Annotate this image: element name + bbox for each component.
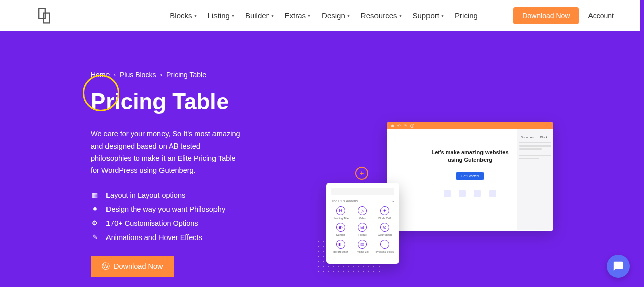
- editor-mockup: ⊕ ↶ ↷ ⓘ Document Block Let's make amazin…: [387, 122, 553, 231]
- nav-label: Builder: [245, 11, 269, 20]
- headline-line: using Gutenberg: [397, 156, 543, 164]
- download-button[interactable]: Download Now: [513, 7, 579, 24]
- countdown-icon: ⊙: [380, 223, 389, 232]
- nav-support[interactable]: Support▾: [413, 11, 444, 20]
- brand-logo[interactable]: [35, 7, 53, 25]
- nav-blocks[interactable]: Blocks▾: [170, 11, 196, 20]
- addon-label: The Plus Addons▴: [331, 199, 394, 203]
- feature-item: ⚙170+ Customisation Options: [91, 219, 313, 227]
- block-option: ✦Blurb SVG: [375, 206, 394, 220]
- page-title: Pricing Table: [91, 89, 313, 114]
- layout-icon: ▦: [91, 191, 99, 199]
- blurb-icon: ✦: [380, 206, 389, 215]
- sliders-icon: ⚙: [91, 219, 99, 227]
- block-search-input: [331, 188, 394, 195]
- chevron-right-icon: ›: [160, 72, 162, 78]
- block-label: Sortner: [336, 233, 345, 236]
- chevron-up-icon: ▴: [392, 199, 394, 203]
- block-label: Video: [359, 217, 366, 220]
- nav-pricing[interactable]: Pricing: [455, 11, 478, 20]
- editor-preview: + ⊕ ↶ ↷ ⓘ Document Block Let's make amaz…: [316, 122, 553, 284]
- block-icon: [459, 190, 466, 197]
- nav-design[interactable]: Design▾: [321, 11, 350, 20]
- block-icon: [444, 190, 451, 197]
- editor-toolbar: ⊕ ↶ ↷ ⓘ: [387, 122, 553, 129]
- gear-icon: ✹: [91, 205, 99, 213]
- block-grid: HHeading Title ▷Video ✦Blurb SVG ◐Sortne…: [331, 206, 394, 253]
- chevron-down-icon: ▾: [232, 13, 234, 18]
- feature-text: Design the way you want Philosophy: [106, 205, 225, 213]
- breadcrumb: Home › Plus Blocks › Pricing Table: [91, 71, 313, 79]
- sortner-icon: ◐: [336, 223, 345, 232]
- block-label: Before After: [333, 250, 348, 253]
- editor-canvas: Let's make amazing websites using Gutenb…: [387, 129, 553, 207]
- account-link[interactable]: Account: [588, 12, 614, 20]
- breadcrumb-home[interactable]: Home: [91, 71, 110, 79]
- block-option: HHeading Title: [331, 206, 350, 220]
- block-label: Heading Title: [333, 217, 349, 220]
- chevron-down-icon: ▾: [308, 13, 310, 18]
- video-icon: ▷: [358, 206, 367, 215]
- chevron-right-icon: ›: [114, 72, 116, 78]
- feature-item: ▦Layout in Layout options: [91, 191, 313, 199]
- feature-item: ✎Animations and Hover Effects: [91, 233, 313, 242]
- nav-builder[interactable]: Builder▾: [245, 11, 274, 20]
- block-icon: [474, 190, 481, 197]
- hero-content: Home › Plus Blocks › Pricing Table Prici…: [91, 71, 313, 287]
- breadcrumb-plus-blocks[interactable]: Plus Blocks: [120, 71, 156, 79]
- chevron-down-icon: ▾: [194, 13, 197, 18]
- magic-icon: ✎: [91, 233, 99, 242]
- chevron-down-icon: ▾: [441, 13, 444, 18]
- main-header: Blocks▾ Listing▾ Builder▾ Extras▾ Design…: [0, 0, 644, 31]
- nav-resources[interactable]: Resources▾: [361, 11, 402, 20]
- redo-icon: ↷: [404, 124, 407, 128]
- nav-label: Extras: [285, 11, 306, 20]
- chat-icon: [613, 261, 624, 272]
- nav-listing[interactable]: Listing▾: [208, 11, 234, 20]
- chat-widget[interactable]: [607, 255, 630, 278]
- nav-label: Resources: [361, 11, 397, 20]
- chevron-down-icon: ▾: [271, 13, 274, 18]
- hero-section: Home › Plus Blocks › Pricing Table Prici…: [0, 31, 644, 287]
- editor-headline: Let's make amazing websites using Gutenb…: [397, 149, 543, 164]
- headline-line: Let's make amazing websites: [397, 149, 543, 156]
- block-option: ⊙Countdown: [375, 223, 394, 236]
- flipbox-icon: ⊞: [358, 223, 367, 232]
- wordpress-icon: ⓦ: [102, 262, 110, 271]
- block-option: ◐Sortner: [331, 223, 350, 236]
- add-block-icon: +: [355, 167, 368, 180]
- block-option: ◧Before After: [331, 240, 350, 253]
- nav-label: Listing: [208, 11, 230, 20]
- breadcrumb-current: Pricing Table: [166, 71, 206, 79]
- feature-list: ▦Layout in Layout options ✹Design the wa…: [91, 191, 313, 242]
- nav-label: Support: [413, 11, 440, 20]
- block-option: ▤Pricing List: [353, 240, 372, 253]
- block-option: ▷Video: [353, 206, 372, 220]
- label-text: The Plus Addons: [331, 199, 358, 203]
- primary-nav: Blocks▾ Listing▾ Builder▾ Extras▾ Design…: [170, 11, 478, 20]
- block-label: Countdown: [378, 233, 392, 236]
- nav-label: Design: [321, 11, 345, 20]
- nav-label: Blocks: [170, 11, 192, 20]
- chevron-down-icon: ▾: [347, 13, 350, 18]
- info-icon: ⓘ: [410, 123, 414, 129]
- block-label: Process Steps: [375, 250, 393, 253]
- header-actions: Download Now Account: [513, 7, 614, 24]
- undo-icon: ↶: [397, 124, 401, 128]
- block-picker-popup: The Plus Addons▴ HHeading Title ▷Video ✦…: [326, 183, 399, 264]
- block-icon: [489, 190, 496, 197]
- hero-download-button[interactable]: ⓦ Download Now: [91, 256, 174, 277]
- block-option: ⋮Process Steps: [375, 240, 394, 253]
- button-label: Download Now: [114, 262, 163, 270]
- nav-extras[interactable]: Extras▾: [285, 11, 311, 20]
- chevron-down-icon: ▾: [399, 13, 402, 18]
- plus-icon: ⊕: [391, 124, 394, 128]
- page-description: We care for your money, So It's most ama…: [91, 128, 242, 177]
- feature-text: Layout in Layout options: [106, 191, 185, 199]
- feature-text: 170+ Customisation Options: [106, 219, 198, 227]
- feature-item: ✹Design the way you want Philosophy: [91, 205, 313, 213]
- block-label: Pricing List: [356, 250, 369, 253]
- before-after-icon: ◧: [336, 240, 345, 249]
- editor-icon-row: [397, 190, 543, 197]
- heading-icon: H: [336, 206, 345, 215]
